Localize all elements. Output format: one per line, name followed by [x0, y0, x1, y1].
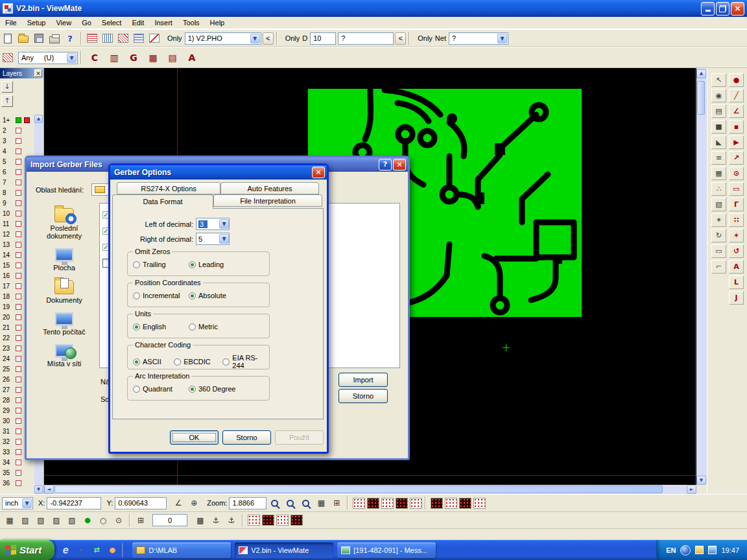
hatch-style-icon[interactable]: ▧ — [64, 513, 80, 528]
layer-color-chip[interactable] — [16, 449, 21, 455]
layer-color-chip[interactable] — [16, 180, 21, 185]
layer-color-chip[interactable] — [16, 117, 21, 123]
radio-trailing[interactable]: Trailing — [133, 261, 189, 268]
layer-row[interactable]: 3 — [0, 135, 36, 146]
tray-icon[interactable] — [708, 546, 717, 554]
dcode-table-icon[interactable] — [100, 31, 115, 45]
taskbar-task-viewmate[interactable]: V2.bin - ViewMate — [235, 542, 333, 558]
draw-tool-icon[interactable]: ▪ — [729, 120, 744, 134]
prev-layer-button[interactable]: < — [263, 32, 274, 45]
layer-color-chip[interactable] — [16, 304, 21, 310]
apply-button[interactable]: Použít — [275, 430, 324, 445]
menu-item[interactable]: Insert — [149, 18, 178, 28]
scroll-up-icon[interactable]: ▲ — [34, 115, 43, 123]
selection-filter-combo[interactable]: Any (U) ▼ — [18, 52, 78, 64]
zoom-field[interactable]: 1.8866 — [229, 497, 267, 509]
layer-color-chip[interactable] — [16, 428, 21, 434]
draw-tool-icon[interactable]: ∠ — [729, 104, 744, 118]
aperture-table-icon[interactable] — [84, 31, 100, 45]
film-settings-icon[interactable] — [115, 31, 131, 45]
layer-color-chip[interactable] — [16, 460, 21, 465]
film-pattern-icon[interactable] — [276, 515, 289, 526]
tab-auto-features[interactable]: Auto Features — [220, 182, 319, 194]
layer-color-chip[interactable] — [16, 377, 21, 382]
close-icon[interactable]: × — [312, 167, 325, 178]
grid-tool-icon[interactable]: ⊞ — [329, 496, 344, 510]
x-coordinate-field[interactable]: -0.942237 — [47, 497, 101, 509]
dcode-value-field[interactable]: 10 — [310, 32, 336, 45]
place-my-computer[interactable]: Tento počítač — [34, 312, 94, 336]
layer-color-chip[interactable] — [16, 221, 21, 227]
menu-item[interactable]: View — [51, 18, 77, 28]
tab-file-interpretation[interactable]: File Interpretation — [213, 194, 322, 207]
draw-tool-icon[interactable]: ▭ — [729, 182, 744, 196]
layer-color-chip[interactable] — [16, 356, 21, 362]
film-pattern-icon[interactable] — [473, 498, 486, 509]
layer-row[interactable]: 35 — [0, 467, 36, 478]
layer-color-chip[interactable] — [16, 169, 21, 175]
table-icon[interactable]: ⊞ — [133, 513, 148, 528]
layer-row[interactable]: 2 — [0, 125, 36, 135]
layer-color-chip[interactable] — [16, 345, 21, 351]
y-coordinate-field[interactable]: 0.690643 — [115, 497, 167, 509]
selection-tool-icon[interactable]: A — [184, 51, 200, 65]
dot-grid-icon[interactable]: ▩ — [193, 513, 208, 528]
language-bar-icon[interactable] — [680, 545, 691, 555]
layer-color-chip[interactable] — [16, 366, 21, 372]
zoom-in-icon[interactable] — [267, 496, 282, 510]
layer-color-chip[interactable] — [16, 294, 21, 299]
edit-tool-icon[interactable]: ◣ — [711, 135, 726, 149]
taskbar-task-message[interactable]: [191-482-091] - Mess... — [337, 542, 436, 558]
radio-english[interactable]: English — [133, 323, 189, 331]
net-filter-combo[interactable]: ? ▼ — [449, 32, 508, 45]
film-pattern-icon[interactable] — [381, 498, 394, 509]
selection-tool-icon[interactable]: ▦ — [145, 51, 161, 65]
left-of-decimal-combo[interactable]: 3 ▼ — [196, 218, 230, 230]
draw-tool-icon[interactable]: ✶ — [729, 229, 744, 242]
layer-color-chip[interactable] — [16, 408, 21, 414]
anchor-tool-icon[interactable]: ⚓ — [208, 513, 224, 528]
folder-shortcut-icon[interactable] — [75, 544, 87, 556]
layer-move-up-icon[interactable]: ↑ — [1, 95, 13, 107]
select-mode-icon[interactable] — [0, 51, 16, 65]
layer-color-chip[interactable] — [16, 480, 21, 486]
active-layer-row[interactable]: 1+ — [0, 115, 36, 125]
only-dcode-toggle[interactable]: Only — [285, 34, 300, 42]
hatch-style-icon[interactable]: ▨ — [49, 513, 64, 528]
edit-tool-icon[interactable]: ▦ — [711, 167, 726, 180]
chevron-down-icon[interactable]: ▼ — [22, 498, 32, 508]
new-file-icon[interactable] — [0, 31, 16, 45]
radio-incremental[interactable]: Incremental — [133, 292, 189, 299]
layer-color-chip[interactable] — [16, 439, 21, 445]
clock[interactable]: 19:47 — [721, 546, 739, 554]
chevron-down-icon[interactable]: ▼ — [219, 219, 229, 229]
rotation-field[interactable]: 0 — [152, 514, 187, 526]
scroll-right-icon[interactable]: ► — [687, 485, 696, 494]
layer-color-chip[interactable] — [16, 231, 21, 237]
only-layer-toggle[interactable]: Only — [167, 34, 182, 42]
layer-color-chip[interactable] — [16, 397, 21, 403]
layer-color-chip[interactable] — [16, 325, 21, 331]
measure-icon[interactable] — [147, 31, 162, 45]
draw-tool-icon[interactable]: ↺ — [729, 244, 744, 258]
layer-color-chip[interactable] — [16, 252, 21, 258]
film-pattern-icon[interactable] — [445, 498, 457, 509]
radio-ebcdic[interactable]: EBCDIC — [174, 358, 222, 366]
layer-color-chip[interactable] — [16, 314, 21, 320]
scroll-down-icon[interactable]: ▼ — [696, 476, 706, 485]
zoom-window-icon[interactable] — [282, 496, 298, 510]
import-button[interactable]: Import — [338, 373, 388, 387]
browser-shortcut-icon[interactable]: ● — [106, 544, 118, 556]
prev-dcode-button[interactable]: < — [395, 32, 406, 45]
canvas-vertical-scrollbar[interactable]: ▲ ▼ — [696, 68, 707, 485]
selection-tool-icon[interactable]: C — [87, 51, 102, 65]
place-documents[interactable]: Dokumenty — [34, 280, 94, 304]
open-file-icon[interactable] — [16, 31, 31, 45]
hatch-style-icon[interactable]: ▧ — [33, 513, 49, 528]
radio-quadrant[interactable]: Quadrant — [133, 385, 189, 393]
layer-color-chip[interactable] — [16, 190, 21, 196]
layer-combo[interactable]: 1) V2.PHO ▼ — [185, 32, 261, 45]
coordinate-tool-icon[interactable]: ∠ — [171, 496, 186, 510]
edit-tool-icon[interactable]: ▧ — [711, 198, 726, 211]
tab-data-format[interactable]: Data Format — [112, 194, 213, 209]
